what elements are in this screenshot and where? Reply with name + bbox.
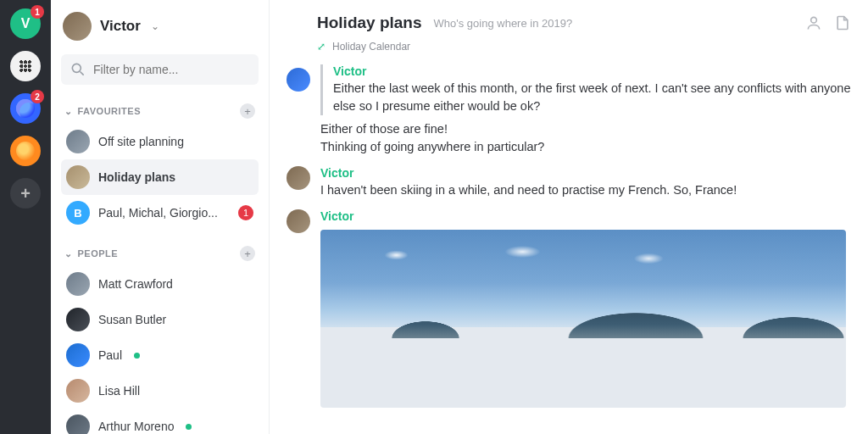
chevron-down-icon: ⌄ [151, 20, 159, 32]
sidebar: Victor ⌄ ⌄FAVOURITES + Off site planning… [51, 0, 270, 434]
workspace-item[interactable] [10, 136, 41, 166]
section-label: PEOPLE [78, 248, 119, 259]
message-author: Victor [320, 209, 851, 223]
add-workspace-button[interactable]: + [10, 178, 41, 209]
plus-icon: + [20, 184, 31, 203]
presence-dot-icon [134, 353, 140, 359]
sidebar-item-label: Paul [98, 348, 122, 362]
person-avatar [66, 272, 90, 296]
sidebar-item-label: Holiday plans [98, 170, 175, 184]
message-image[interactable] [320, 230, 846, 408]
notification-badge: 1 [31, 5, 44, 19]
sidebar-item-person[interactable]: Susan Butler [61, 302, 259, 337]
workspace-item[interactable]: 2 [10, 93, 41, 124]
svg-point-2 [811, 17, 817, 23]
sidebar-item-label: Matt Crawford [98, 277, 173, 291]
presence-dot-icon [186, 424, 192, 430]
favourites-section: ⌄FAVOURITES + Off site planning Holiday … [51, 93, 269, 236]
room-avatar [66, 165, 90, 189]
sidebar-item-person[interactable]: Matt Crawford [61, 266, 259, 302]
dots-icon [15, 56, 36, 76]
room-topic: Who's going where in 2019? [434, 17, 573, 30]
app-icon [16, 142, 35, 160]
message: Victor Either the last week of this mont… [287, 59, 851, 161]
message: Victor I haven't been skiing in a while,… [287, 161, 851, 204]
workspace-item[interactable]: V 1 [10, 8, 41, 39]
sidebar-item-label: Susan Butler [98, 313, 166, 326]
people-header[interactable]: ⌄PEOPLE + [61, 241, 259, 266]
files-icon[interactable] [834, 14, 851, 31]
person-avatar [66, 415, 90, 434]
message: Victor [287, 204, 851, 413]
svg-line-1 [81, 72, 84, 75]
room-header: Holiday plans Who's going where in 2019? [270, 0, 868, 39]
room-avatar: B [66, 201, 90, 225]
workspace-rail: V 1 2 + [0, 0, 51, 434]
favourites-header[interactable]: ⌄FAVOURITES + [61, 98, 259, 124]
sidebar-item-person[interactable]: Lisa Hill [61, 373, 259, 409]
person-avatar [66, 343, 90, 367]
sidebar-item-holiday[interactable]: Holiday plans [61, 159, 259, 195]
pinned-attachment[interactable]: ⤢ Holiday Calendar [300, 39, 868, 59]
avatar [63, 12, 92, 41]
person-avatar [66, 379, 90, 403]
sidebar-item-group[interactable]: B Paul, Michal, Giorgio... 1 [61, 195, 259, 231]
notification-badge: 2 [31, 90, 44, 103]
people-section: ⌄PEOPLE + Matt Crawford Susan Butler Pau… [51, 236, 269, 434]
attachment-label: Holiday Calendar [332, 41, 410, 53]
search-icon [70, 61, 86, 78]
message-text: I haven't been skiing in a while, and ne… [320, 181, 851, 199]
user-menu[interactable]: Victor ⌄ [51, 0, 269, 49]
sidebar-item-label: Arthur Moreno [98, 420, 174, 433]
room-avatar [66, 130, 90, 153]
filter-search[interactable] [61, 54, 259, 85]
message-text: Thinking of going anywhere in particular… [320, 138, 851, 156]
message-avatar[interactable] [287, 68, 310, 92]
section-label: FAVOURITES [78, 106, 141, 116]
add-favourite-button[interactable]: + [240, 103, 255, 119]
workspace-initial: V [21, 16, 31, 31]
message-text: Either of those are fine! [320, 120, 851, 138]
app-icon [16, 99, 35, 118]
sidebar-item-person[interactable]: Paul [61, 337, 259, 373]
sidebar-item-label: Off site planning [98, 135, 184, 148]
workspace-item[interactable] [10, 51, 41, 81]
members-icon[interactable] [805, 14, 822, 31]
main: Holiday plans Who's going where in 2019?… [270, 0, 868, 434]
message-avatar[interactable] [287, 166, 310, 190]
filter-input[interactable] [93, 63, 250, 76]
svg-point-0 [72, 64, 81, 72]
sidebar-item-person[interactable]: Arthur Moreno [61, 409, 259, 434]
user-name: Victor [100, 18, 141, 35]
message-author: Victor [320, 166, 851, 180]
chevron-down-icon: ⌄ [64, 106, 73, 117]
sidebar-item-label: Lisa Hill [98, 384, 140, 398]
room-title: Holiday plans [317, 14, 422, 32]
add-person-button[interactable]: + [240, 246, 255, 261]
expand-icon: ⤢ [317, 41, 326, 53]
message-avatar[interactable] [287, 209, 310, 233]
person-avatar [66, 308, 90, 331]
sidebar-item-offsite[interactable]: Off site planning [61, 124, 259, 159]
message-list: Victor Either the last week of this mont… [270, 59, 868, 434]
quote-author: Victor [333, 64, 851, 78]
chevron-down-icon: ⌄ [64, 248, 73, 259]
unread-badge: 1 [238, 205, 253, 220]
sidebar-item-label: Paul, Michal, Giorgio... [98, 206, 218, 220]
quote-text: Either the last week of this month, or t… [333, 80, 851, 115]
